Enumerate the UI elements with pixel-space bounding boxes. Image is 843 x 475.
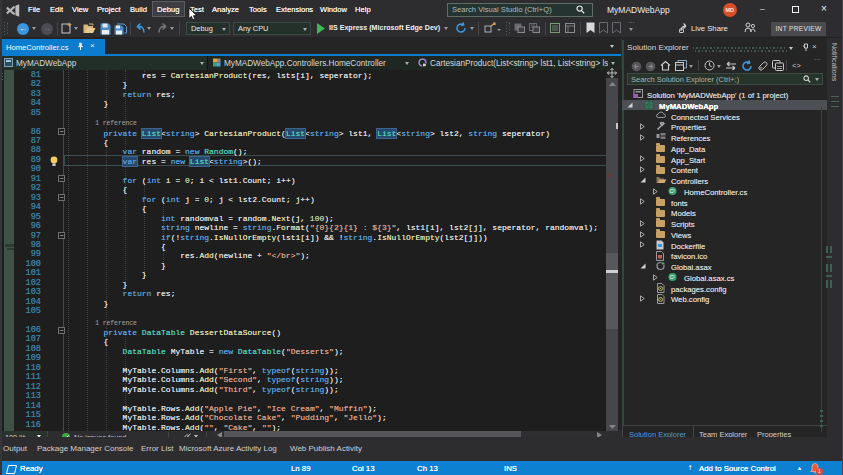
svg-text:#: # xyxy=(673,275,675,279)
svg-text:#: # xyxy=(673,189,675,193)
